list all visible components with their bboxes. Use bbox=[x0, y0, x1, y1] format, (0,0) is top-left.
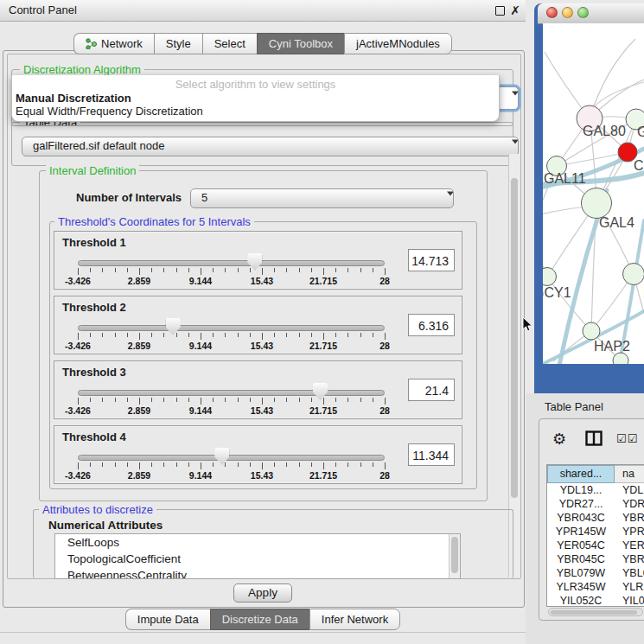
table-row[interactable]: YER054CYER0 bbox=[547, 539, 644, 552]
spinner-icon bbox=[440, 194, 447, 203]
tick-label: 9.144 bbox=[189, 470, 212, 481]
tab-select[interactable]: Select bbox=[202, 33, 257, 54]
threshold-value-field[interactable]: 21.4 bbox=[408, 379, 455, 401]
cell-name[interactable]: YPR1 bbox=[615, 525, 644, 539]
checkbox-icons[interactable]: ☑☑ bbox=[616, 432, 638, 445]
dropdown-option[interactable]: Equal Width/Frequency Discretization bbox=[12, 105, 499, 118]
table-row[interactable]: YIL052CYIL0 bbox=[547, 594, 644, 607]
tab-discretize-data[interactable]: Discretize Data bbox=[210, 609, 309, 630]
cell-shared-name[interactable]: YBL079W bbox=[547, 566, 615, 580]
major-tick bbox=[78, 398, 79, 405]
minor-tick bbox=[250, 268, 251, 272]
minor-tick bbox=[299, 333, 300, 337]
slider-thumb[interactable] bbox=[166, 318, 181, 335]
table-header-name[interactable]: na bbox=[615, 465, 644, 483]
table-header-row: shared... na bbox=[547, 465, 644, 483]
network-node-label: GAL11 bbox=[544, 171, 586, 186]
minor-tick bbox=[102, 333, 103, 337]
table-row[interactable]: YBR043CYBR0 bbox=[547, 511, 644, 525]
slider-track[interactable] bbox=[78, 260, 385, 266]
network-canvas[interactable]: GAL80GACGAL11GAL4GCY1HHAP2 bbox=[543, 23, 644, 364]
screen: Control Panel ✗ NetworkStyleSelectCyni T… bbox=[0, 0, 644, 644]
tab-impute-data[interactable]: Impute Data bbox=[125, 609, 210, 630]
scrollbar-thumb[interactable] bbox=[451, 537, 458, 573]
discretization-algorithm-group-title: Discretization Algorithm bbox=[20, 63, 144, 76]
table-data-combobox[interactable]: galFiltered.sif default node bbox=[22, 137, 519, 156]
columns-icon[interactable] bbox=[585, 430, 603, 446]
cell-shared-name[interactable]: YDL19... bbox=[547, 483, 615, 497]
cell-shared-name[interactable]: YER054C bbox=[547, 539, 615, 552]
minor-tick bbox=[238, 398, 239, 402]
table-row[interactable]: YBL079WYBL0 bbox=[547, 566, 644, 580]
tab-network[interactable]: Network bbox=[73, 33, 154, 54]
cell-shared-name[interactable]: YBR043C bbox=[547, 511, 615, 525]
cell-name[interactable]: YDR2 bbox=[615, 497, 644, 511]
cell-shared-name[interactable]: YBR045C bbox=[547, 552, 615, 566]
threshold-value-field[interactable]: 14.713 bbox=[408, 249, 455, 271]
float-icon[interactable] bbox=[495, 6, 505, 16]
threshold-value-field[interactable]: 6.316 bbox=[408, 314, 455, 336]
tick-label: 15.43 bbox=[251, 405, 273, 416]
apply-button[interactable]: Apply bbox=[233, 583, 292, 603]
slider-track[interactable] bbox=[78, 390, 385, 396]
scrollbar-thumb[interactable] bbox=[511, 178, 518, 498]
threshold-value-field[interactable]: 11.344 bbox=[408, 443, 455, 466]
minor-tick bbox=[335, 333, 336, 337]
cell-name[interactable]: YBR0 bbox=[615, 552, 644, 566]
network-node-gcy1[interactable] bbox=[543, 268, 557, 286]
number-of-intervals-combobox[interactable]: 5 bbox=[190, 188, 454, 208]
minor-tick bbox=[176, 462, 177, 467]
cell-name[interactable]: YER0 bbox=[615, 539, 644, 552]
cell-name[interactable]: YLR3 bbox=[615, 580, 644, 594]
tick-label: 15.43 bbox=[251, 276, 273, 286]
slider-thumb[interactable] bbox=[214, 448, 229, 465]
dropdown-option[interactable]: Manual Discretization bbox=[12, 92, 499, 105]
minimize-traffic-light-icon[interactable] bbox=[562, 7, 573, 18]
minor-tick bbox=[127, 333, 128, 337]
tab-jactivemnodules[interactable]: jActiveMNodules bbox=[344, 33, 452, 54]
minor-tick bbox=[360, 462, 361, 467]
table-row[interactable]: YLR345WYLR3 bbox=[547, 580, 644, 594]
major-tick bbox=[139, 268, 140, 275]
slider-thumb[interactable] bbox=[313, 383, 328, 400]
tab-infer-network[interactable]: Infer Network bbox=[309, 609, 400, 630]
network-node-h[interactable] bbox=[623, 264, 644, 285]
slider-track[interactable] bbox=[78, 455, 385, 461]
table-row[interactable]: YDR27...YDR2 bbox=[547, 497, 644, 511]
table-header-shared-name[interactable]: shared... bbox=[547, 465, 615, 483]
attribute-list-item[interactable]: SelfLoops bbox=[55, 534, 460, 551]
attributes-list-scrollbar[interactable] bbox=[449, 534, 460, 578]
gear-icon[interactable]: ⚙ bbox=[552, 430, 566, 448]
table-horizontal-scrollbar[interactable] bbox=[548, 608, 643, 616]
cell-shared-name[interactable]: YPR145W bbox=[547, 525, 615, 539]
network-node-gal4[interactable] bbox=[582, 188, 612, 219]
table-row[interactable]: YPR145WYPR1 bbox=[547, 525, 644, 539]
network-window-titlebar[interactable] bbox=[538, 3, 644, 24]
cell-shared-name[interactable]: YDR27... bbox=[547, 497, 615, 511]
cell-name[interactable]: YDL1 bbox=[615, 483, 644, 497]
zoom-traffic-light-icon[interactable] bbox=[577, 7, 589, 18]
network-node-unlabeled[interactable] bbox=[613, 353, 628, 364]
tab-cyni-toolbox[interactable]: Cyni Toolbox bbox=[257, 33, 344, 54]
spinner-icon bbox=[505, 93, 512, 103]
slider-track[interactable] bbox=[78, 325, 385, 331]
cell-shared-name[interactable]: YLR345W bbox=[547, 580, 615, 594]
table-row[interactable]: YBR045CYBR0 bbox=[547, 552, 644, 566]
attribute-list-item[interactable]: TopologicalCoefficient bbox=[55, 551, 460, 567]
minor-tick bbox=[274, 333, 275, 337]
major-tick bbox=[262, 333, 263, 340]
table-row[interactable]: YDL19...YDL1 bbox=[547, 483, 644, 497]
scrollbar-thumb[interactable] bbox=[551, 610, 637, 615]
cell-name[interactable]: YBL0 bbox=[615, 566, 644, 580]
network-node-hap2[interactable] bbox=[583, 322, 600, 340]
minor-tick bbox=[213, 333, 214, 337]
minor-tick bbox=[348, 398, 348, 402]
cell-name[interactable]: YBR0 bbox=[615, 511, 644, 525]
attribute-list-item[interactable]: BetweennessCentrality bbox=[55, 567, 460, 579]
major-tick bbox=[78, 462, 79, 469]
close-icon[interactable]: ✗ bbox=[510, 0, 520, 21]
close-traffic-light-icon[interactable] bbox=[546, 7, 558, 18]
cell-name[interactable]: YIL0 bbox=[615, 594, 644, 607]
cell-shared-name[interactable]: YIL052C bbox=[547, 594, 615, 607]
tab-style[interactable]: Style bbox=[154, 33, 202, 54]
